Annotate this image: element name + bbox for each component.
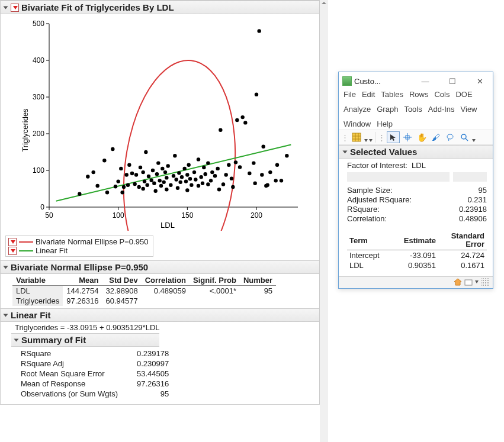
- section-title: Selected Values: [350, 147, 417, 157]
- col-header: Term: [347, 231, 391, 250]
- dropdown-icon[interactable]: [369, 139, 373, 142]
- menu-addins[interactable]: Add-Ins: [428, 105, 455, 114]
- svg-text:50: 50: [45, 211, 53, 220]
- svg-point-43: [137, 185, 140, 189]
- svg-point-59: [163, 170, 167, 174]
- svg-text:Triglycerides: Triglycerides: [21, 108, 30, 152]
- menu-help[interactable]: Help: [377, 120, 393, 128]
- svg-point-102: [261, 145, 265, 149]
- svg-text:400: 400: [33, 56, 44, 64]
- hand-tool-icon[interactable]: ✋: [415, 131, 428, 143]
- svg-point-26: [78, 192, 81, 195]
- dropdown-icon[interactable]: [364, 139, 368, 142]
- close-button[interactable]: ✕: [469, 75, 490, 88]
- table-row: LDL 144.2754 32.98908 0.489059 <.0001* 9…: [12, 286, 276, 296]
- disclosure-icon[interactable]: [4, 6, 8, 9]
- svg-point-57: [160, 167, 164, 170]
- lasso-tool-icon[interactable]: [444, 131, 457, 143]
- svg-point-77: [197, 157, 200, 161]
- section-header-selvals[interactable]: Selected Values: [339, 145, 493, 159]
- maximize-button[interactable]: ☐: [442, 75, 463, 88]
- disclosure-icon[interactable]: [4, 266, 8, 269]
- red-triangle-icon[interactable]: [8, 238, 17, 246]
- menu-tables[interactable]: Tables: [381, 90, 403, 99]
- svg-point-51: [151, 169, 155, 172]
- disclosure-icon[interactable]: [14, 338, 19, 341]
- section-title: Bivariate Fit of Triglycerides By LDL: [21, 2, 174, 12]
- statusbar: [339, 276, 493, 288]
- svg-point-56: [159, 184, 163, 188]
- menu-file[interactable]: File: [344, 90, 356, 99]
- svg-point-28: [91, 170, 95, 174]
- menu-rows[interactable]: Rows: [409, 90, 429, 99]
- tool-grid-icon[interactable]: [350, 131, 363, 143]
- disclosure-icon[interactable]: [343, 150, 348, 153]
- svg-point-113: [185, 188, 189, 192]
- legend-linear-row[interactable]: Linear Fit: [8, 246, 150, 255]
- svg-point-33: [114, 185, 117, 188]
- factor-label: Factor of Interest:: [347, 161, 407, 170]
- menu-view[interactable]: View: [461, 105, 477, 114]
- dropdown-icon[interactable]: [472, 139, 476, 142]
- svg-point-100: [257, 29, 261, 33]
- col-header: Signif. Prob: [190, 275, 240, 286]
- disclosure-icon[interactable]: [4, 314, 8, 317]
- menu-doe[interactable]: DOE: [455, 90, 472, 99]
- scroll-up-icon[interactable]: [320, 0, 328, 5]
- svg-point-65: [174, 178, 178, 181]
- svg-point-68: [180, 175, 184, 179]
- box-icon[interactable]: [464, 278, 473, 286]
- legend-ellipse-row[interactable]: Bivariate Normal Ellipse P=0.950: [8, 237, 150, 246]
- section-header-linearfit[interactable]: Linear Fit: [1, 308, 319, 322]
- resize-grip[interactable]: [481, 278, 489, 286]
- svg-point-76: [194, 178, 197, 181]
- floating-window[interactable]: Custo... — ☐ ✕ File Edit Tables Rows Col…: [338, 72, 493, 289]
- menu-edit[interactable]: Edit: [362, 90, 375, 99]
- svg-point-118: [253, 182, 256, 185]
- svg-point-78: [199, 175, 203, 179]
- menubar: File Edit Tables Rows Cols DOE Analyze G…: [339, 89, 493, 130]
- minimize-button[interactable]: —: [415, 75, 436, 88]
- titlebar[interactable]: Custo... — ☐ ✕: [339, 72, 493, 89]
- red-triangle-icon[interactable]: [8, 247, 17, 255]
- col-header: Estimate: [391, 231, 438, 250]
- legend-label: Linear Fit: [36, 246, 68, 255]
- svg-point-94: [238, 165, 242, 169]
- svg-point-101: [260, 173, 264, 176]
- svg-point-69: [182, 167, 186, 170]
- svg-point-99: [255, 92, 258, 96]
- menu-graph[interactable]: Graph: [377, 105, 398, 114]
- zoom-tool-icon[interactable]: [458, 131, 471, 143]
- bivariate-chart[interactable]: Triglycerides LDL 50100150200 0100200300…: [20, 18, 304, 231]
- svg-point-29: [95, 184, 99, 188]
- svg-point-34: [116, 179, 120, 183]
- svg-point-114: [197, 184, 200, 188]
- menu-cols[interactable]: Cols: [434, 90, 450, 99]
- svg-point-79: [201, 182, 204, 185]
- home-icon[interactable]: [454, 278, 462, 286]
- svg-text:100: 100: [113, 211, 124, 220]
- svg-point-111: [165, 188, 168, 191]
- svg-point-24: [113, 55, 246, 231]
- section-header-main[interactable]: Bivariate Fit of Triglycerides By LDL: [1, 1, 319, 14]
- menu-tools[interactable]: Tools: [404, 105, 422, 114]
- menu-window[interactable]: Window: [344, 120, 371, 128]
- svg-point-47: [144, 150, 147, 154]
- section-header-ellipse[interactable]: Bivariate Normal Ellipse P=0.950: [1, 260, 319, 274]
- crosshair-tool-icon[interactable]: [401, 131, 414, 143]
- svg-point-109: [141, 187, 145, 191]
- col-header: Variable: [12, 275, 63, 286]
- brush-tool-icon[interactable]: 🖌: [429, 131, 442, 143]
- menu-analyze[interactable]: Analyze: [344, 105, 371, 114]
- svg-point-55: [158, 179, 161, 182]
- arrow-tool-icon[interactable]: [387, 131, 400, 143]
- red-triangle-icon[interactable]: [11, 4, 19, 12]
- svg-point-81: [203, 172, 207, 176]
- svg-point-110: [153, 189, 157, 193]
- svg-text:0: 0: [40, 203, 44, 211]
- dropdown-icon[interactable]: [475, 280, 479, 283]
- section-header-sof[interactable]: Summary of Fit: [11, 333, 159, 347]
- legend-label: Bivariate Normal Ellipse P=0.950: [36, 237, 148, 246]
- svg-point-63: [172, 174, 175, 178]
- vertical-scrollbar[interactable]: [320, 0, 328, 442]
